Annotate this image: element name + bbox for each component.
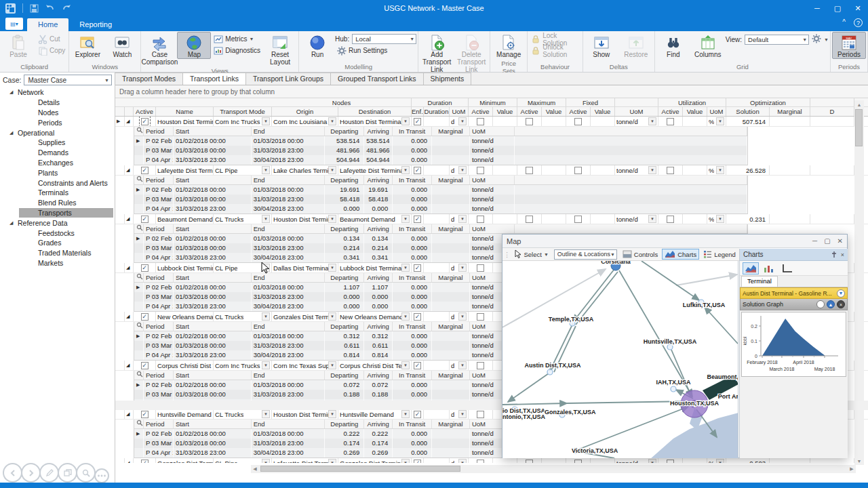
duration-cell[interactable]	[424, 117, 450, 126]
close-button[interactable]: ✕	[848, 0, 868, 16]
util-value-cell[interactable]	[683, 117, 707, 126]
tab-transport-link-groups[interactable]: Transport Link Groups	[245, 73, 331, 85]
column-header-solution[interactable]: Solution	[726, 107, 770, 116]
expand-icon[interactable]: ◢	[125, 312, 134, 321]
help-icon[interactable]: ?	[854, 18, 863, 27]
transport-mode-cell[interactable]: CL Trucks▼	[214, 312, 272, 321]
max-active-cell[interactable]	[517, 458, 542, 463]
expand-icon[interactable]: ◢	[125, 214, 134, 224]
dropdown-icon[interactable]: ▼	[716, 459, 724, 463]
dropdown-icon[interactable]: ▼	[328, 459, 336, 463]
redo-icon[interactable]	[62, 4, 71, 12]
checkbox[interactable]	[574, 460, 582, 464]
active-cell[interactable]: ✓	[134, 361, 156, 370]
enforced-cell[interactable]: ✓	[412, 409, 424, 419]
destination-cell[interactable]: Huntsville Demand▼	[338, 409, 412, 419]
save-icon[interactable]	[30, 4, 39, 13]
checkbox[interactable]: ✓	[141, 411, 149, 418]
windows-overlay-button[interactable]	[58, 463, 77, 483]
view-selector[interactable]: Default▼	[745, 35, 809, 45]
max-value-cell[interactable]	[542, 214, 566, 224]
dropdown-icon[interactable]: ▼	[262, 410, 270, 418]
column-header-active[interactable]: Active	[658, 107, 683, 116]
fixed-value-cell[interactable]	[591, 117, 615, 126]
tab-grouped-transport-links[interactable]: Grouped Transport Links	[330, 73, 424, 85]
fixed-value-cell[interactable]	[591, 214, 615, 224]
show-button[interactable]: Show	[585, 32, 618, 59]
enforced-cell[interactable]: ✓	[412, 361, 424, 370]
column-header-active[interactable]: Active	[517, 107, 542, 116]
explorer-button[interactable]: Explorer	[71, 32, 104, 59]
flow-uom-cell[interactable]: tonne/d▼	[615, 458, 658, 463]
destination-cell[interactable]: Houston Dist Terminal▼	[338, 117, 412, 126]
min-active-cell[interactable]	[469, 312, 493, 321]
min-active-cell[interactable]	[469, 263, 493, 272]
ribbon-tab-home[interactable]: Home	[27, 18, 68, 31]
min-value-cell[interactable]	[493, 214, 517, 224]
min-value-cell[interactable]	[493, 165, 517, 175]
case-comparison-button[interactable]: Case Comparison	[142, 32, 176, 66]
column-header-uom[interactable]: UoM	[615, 107, 658, 116]
dropdown-icon[interactable]: ▼	[648, 459, 656, 463]
column-header-blank[interactable]	[115, 107, 125, 116]
checkbox[interactable]	[477, 118, 484, 125]
expand-icon[interactable]: ◢	[125, 458, 134, 463]
fixed-value-cell[interactable]	[591, 458, 615, 463]
paste-button[interactable]: Paste	[1, 32, 35, 59]
tree-expander-icon[interactable]: ◢	[9, 220, 18, 226]
duration-uom-cell[interactable]: d▼	[450, 165, 469, 175]
column-header-active[interactable]: Active	[469, 107, 493, 116]
tree-item-feedstocks[interactable]: Feedstocks	[0, 228, 115, 238]
dropdown-icon[interactable]: ▼	[401, 215, 410, 223]
restore-button[interactable]: Restore	[619, 32, 653, 59]
checkbox[interactable]	[477, 411, 484, 418]
dropdown-icon[interactable]: ▼	[401, 312, 410, 321]
magnifier-icon[interactable]	[134, 224, 144, 233]
min-active-cell[interactable]	[469, 165, 493, 175]
duration-uom-cell[interactable]: d▼	[450, 312, 469, 321]
tree-node-operational[interactable]: ◢Operational	[0, 127, 115, 138]
fixed-value-cell[interactable]	[591, 165, 615, 175]
checkbox[interactable]	[477, 264, 484, 272]
dropdown-icon[interactable]: ▼	[328, 166, 336, 174]
max-active-cell[interactable]	[517, 165, 542, 175]
checkbox[interactable]: ✓	[414, 167, 421, 174]
reset-layout-button[interactable]: Reset Layout	[263, 32, 297, 66]
duration-uom-cell[interactable]: d▼	[450, 263, 469, 272]
checkbox[interactable]	[574, 216, 582, 223]
dropdown-icon[interactable]: ▼	[458, 166, 467, 174]
checkbox[interactable]	[667, 118, 674, 125]
transport-mode-cell[interactable]: CL Pipe▼	[214, 165, 272, 175]
zoom-overlay-button[interactable]	[76, 463, 96, 483]
diagnostics-button[interactable]: Diagnostics	[212, 45, 262, 56]
util-active-cell[interactable]	[658, 458, 683, 463]
column-header-marginal[interactable]: Marginal	[770, 107, 810, 116]
dropdown-icon[interactable]: ▼	[401, 361, 410, 369]
destination-cell[interactable]: Lafeyette Dist Terminal▼	[338, 165, 412, 175]
table-row[interactable]: ◢✓Lafeyette Dist Terminal - ...CL Pipe▼L…	[115, 165, 868, 176]
expand-icon[interactable]: ◢	[125, 361, 134, 370]
checkbox[interactable]	[477, 362, 484, 369]
dropdown-icon[interactable]: ▼	[262, 166, 270, 174]
duration-cell[interactable]	[424, 409, 450, 419]
column-header-blank[interactable]	[125, 107, 134, 116]
add-transport-link-button[interactable]: Add Transport Link	[420, 32, 454, 74]
tree-item-demands[interactable]: Demands	[0, 148, 115, 158]
destination-cell[interactable]: Lubbock Dist Terminal▼	[338, 263, 412, 272]
vertical-scrollbar[interactable]: ▲ ▼	[854, 100, 864, 465]
column-header-duration[interactable]: Duration	[424, 107, 450, 116]
tree-expander-icon[interactable]: ◢	[9, 89, 18, 95]
active-cell[interactable]: ✓	[134, 263, 156, 272]
dropdown-icon[interactable]: ▼	[401, 459, 410, 463]
app-logo-icon[interactable]	[5, 3, 16, 14]
tree-item-constraints-and-alerts[interactable]: Constraints and Alerts	[0, 178, 115, 188]
origin-cell[interactable]: Houston Dist Terminal▼	[272, 214, 338, 224]
util-active-cell[interactable]	[658, 165, 683, 175]
delete-transport-link-button[interactable]: Delete Transport Link	[454, 32, 488, 74]
expand-icon[interactable]: ◢	[125, 263, 134, 272]
tree-expander-icon[interactable]: ◢	[9, 130, 18, 136]
checkbox[interactable]	[667, 167, 674, 174]
period-row[interactable]: ▶P 02 Feb 1801/02/2018 00:0001/03/2018 0…	[134, 136, 747, 146]
min-active-cell[interactable]	[469, 458, 493, 463]
util-value-cell[interactable]	[683, 165, 707, 175]
